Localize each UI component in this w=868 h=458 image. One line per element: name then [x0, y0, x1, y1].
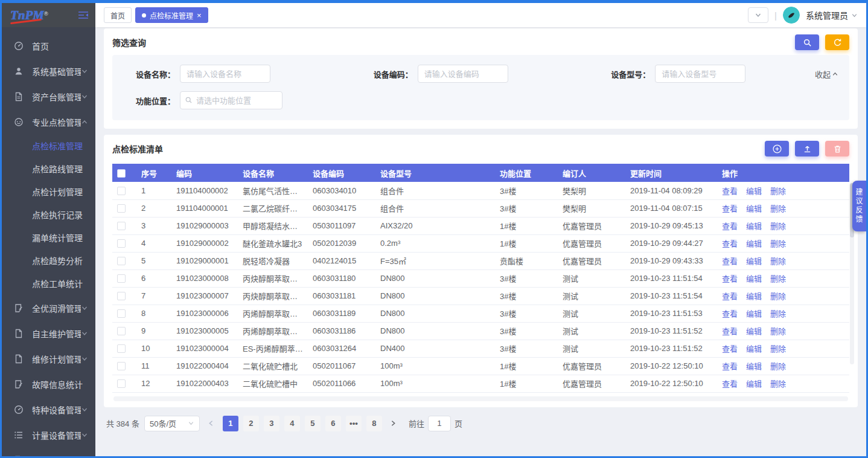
view-link[interactable]: 查看	[722, 362, 738, 371]
row-checkbox[interactable]	[117, 239, 126, 248]
edit-link[interactable]: 编辑	[746, 344, 762, 353]
row-checkbox[interactable]	[117, 344, 126, 353]
sidebar-item[interactable]: 自主维护管理	[2, 321, 95, 346]
page-button[interactable]: 5	[305, 416, 321, 431]
edit-link[interactable]: 编辑	[746, 379, 762, 389]
sidebar-subitem[interactable]: 点检计划管理	[2, 181, 95, 204]
sidebar-item[interactable]: 全优润滑管理	[2, 295, 95, 321]
sidebar-subitem[interactable]: 漏单统计管理	[2, 227, 95, 250]
page-size-select[interactable]: 50条/页	[144, 416, 200, 431]
delete-link[interactable]: 删除	[770, 344, 786, 353]
delete-link[interactable]: 删除	[770, 274, 786, 283]
avatar[interactable]	[783, 7, 800, 24]
view-link[interactable]: 查看	[722, 239, 738, 248]
view-link[interactable]: 查看	[722, 309, 738, 318]
more-pages-button[interactable]: •••	[346, 416, 362, 431]
collapse-filter-link[interactable]: 收起	[815, 68, 838, 80]
function-location-input[interactable]	[180, 91, 282, 109]
delete-link[interactable]: 删除	[770, 187, 786, 196]
upload-button[interactable]	[795, 141, 819, 156]
edit-link[interactable]: 编辑	[746, 239, 762, 248]
edit-link[interactable]: 编辑	[746, 292, 762, 301]
sidebar-subitem[interactable]: 点检工单统计	[2, 273, 95, 295]
table-cell: 2019-10-22 12:50:10	[625, 357, 717, 375]
row-checkbox[interactable]	[117, 362, 126, 370]
sidebar-item[interactable]: 资产台账管理	[2, 84, 95, 109]
view-link[interactable]: 查看	[722, 187, 738, 196]
delete-button[interactable]	[825, 141, 849, 156]
sidebar-item[interactable]: 工程管理	[2, 448, 95, 456]
edit-link[interactable]: 编辑	[746, 274, 762, 283]
delete-link[interactable]: 删除	[770, 327, 786, 336]
view-link[interactable]: 查看	[722, 274, 738, 283]
search-button[interactable]	[795, 34, 819, 50]
page-button[interactable]: 3	[264, 416, 279, 431]
row-checkbox[interactable]	[117, 379, 126, 388]
view-link[interactable]: 查看	[722, 257, 738, 266]
row-actions: 查看编辑删除	[717, 199, 849, 217]
row-checkbox[interactable]	[117, 204, 126, 213]
goto-page-input[interactable]	[428, 416, 451, 431]
user-menu[interactable]: 系统管理员	[806, 9, 858, 21]
view-link[interactable]: 查看	[722, 204, 738, 213]
sidebar-collapse-icon[interactable]	[77, 10, 89, 20]
row-checkbox[interactable]	[117, 274, 126, 283]
delete-link[interactable]: 删除	[770, 309, 786, 318]
add-button[interactable]	[765, 141, 789, 156]
next-page-button[interactable]	[387, 416, 400, 431]
page-button[interactable]: 6	[325, 416, 341, 431]
device-model-input[interactable]	[655, 65, 745, 83]
select-all-checkbox[interactable]	[117, 169, 126, 178]
view-link[interactable]: 查看	[722, 344, 738, 353]
page-button[interactable]: 1	[223, 416, 238, 431]
tab-close-icon[interactable]: ×	[197, 11, 202, 19]
device-name-input[interactable]	[180, 65, 270, 83]
refresh-button[interactable]	[825, 34, 849, 50]
sidebar-subitem[interactable]: 点检路线管理	[2, 158, 95, 181]
delete-link[interactable]: 删除	[770, 257, 786, 266]
device-code-input[interactable]	[418, 65, 508, 83]
edit-link[interactable]: 编辑	[746, 257, 762, 266]
delete-link[interactable]: 删除	[770, 222, 786, 231]
tab-inspection-standard[interactable]: 点检标准管理 ×	[135, 7, 208, 23]
delete-link[interactable]: 删除	[770, 379, 786, 389]
sidebar-item[interactable]: 专业点检管理	[2, 109, 95, 135]
page-button[interactable]: 4	[284, 416, 300, 431]
edit-link[interactable]: 编辑	[746, 204, 762, 213]
edit-link[interactable]: 编辑	[746, 327, 762, 336]
feedback-side-tab[interactable]: 建议反馈	[852, 181, 866, 231]
row-checkbox[interactable]	[117, 187, 126, 195]
sidebar-subitem[interactable]: 点检执行记录	[2, 204, 95, 227]
view-link[interactable]: 查看	[722, 292, 738, 301]
horizontal-scrollbar[interactable]	[113, 396, 848, 401]
row-checkbox[interactable]	[117, 257, 126, 265]
row-checkbox[interactable]	[117, 222, 126, 230]
page-button[interactable]: 2	[243, 416, 259, 431]
view-link[interactable]: 查看	[722, 327, 738, 336]
row-checkbox[interactable]	[117, 292, 126, 300]
edit-link[interactable]: 编辑	[746, 187, 762, 196]
delete-link[interactable]: 删除	[770, 239, 786, 248]
delete-link[interactable]: 删除	[770, 362, 786, 371]
sidebar-item[interactable]: 系统基础管理	[2, 59, 95, 84]
page-button[interactable]: 8	[366, 416, 382, 431]
tab-home[interactable]: 首页	[104, 7, 132, 23]
sidebar-item[interactable]: 维修计划管理	[2, 346, 95, 372]
delete-link[interactable]: 删除	[770, 292, 786, 301]
sidebar-subitem[interactable]: 点检趋势分析	[2, 250, 95, 273]
sidebar-item[interactable]: 首页	[2, 33, 95, 59]
row-checkbox[interactable]	[117, 327, 126, 335]
delete-link[interactable]: 删除	[770, 204, 786, 213]
edit-link[interactable]: 编辑	[746, 222, 762, 231]
sidebar-item[interactable]: 计量设备管理	[2, 422, 95, 448]
view-link[interactable]: 查看	[722, 379, 738, 389]
sidebar-item[interactable]: 故障信息统计	[2, 372, 95, 397]
sidebar-item[interactable]: 特种设备管理	[2, 397, 95, 422]
view-link[interactable]: 查看	[722, 222, 738, 231]
prev-page-button[interactable]	[205, 416, 218, 431]
row-checkbox[interactable]	[117, 309, 126, 318]
sidebar-subitem[interactable]: 点检标准管理	[2, 135, 95, 158]
edit-link[interactable]: 编辑	[746, 362, 762, 371]
topbar-dropdown-button[interactable]	[748, 7, 768, 23]
edit-link[interactable]: 编辑	[746, 309, 762, 318]
